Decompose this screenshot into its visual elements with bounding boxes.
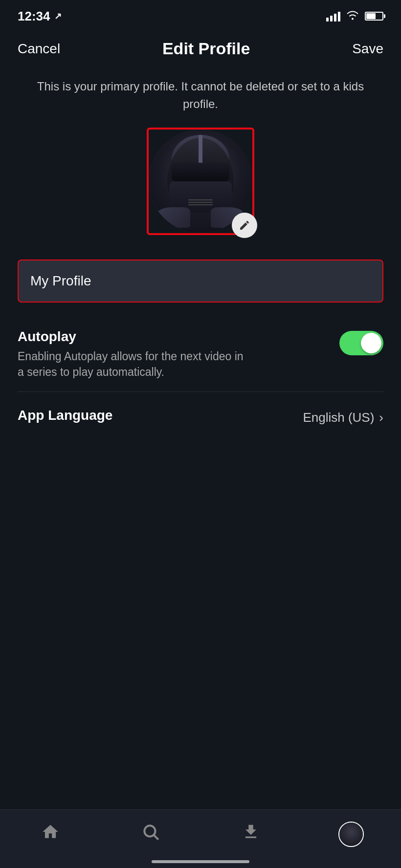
download-icon	[242, 823, 260, 846]
signal-bar-2	[330, 16, 333, 22]
profile-mini-image	[339, 823, 363, 846]
status-icons	[326, 9, 383, 23]
home-icon	[41, 823, 60, 846]
nav-bar: Cancel Edit Profile Save	[0, 29, 401, 68]
grille-line	[188, 202, 213, 203]
app-language-label: App Language	[18, 408, 112, 423]
profile-tab-avatar	[338, 822, 364, 847]
settings-section: Autoplay Enabling Autoplay allows for th…	[18, 317, 383, 443]
helmet-visor	[172, 163, 230, 183]
status-time: 12:34 ↗	[18, 9, 62, 24]
pencil-icon	[239, 219, 250, 231]
profile-notice: This is your primary profile. It cannot …	[0, 68, 401, 128]
tab-home[interactable]	[0, 823, 100, 846]
signal-bar-4	[338, 12, 340, 22]
autoplay-label: Autoplay	[18, 329, 339, 345]
profile-name-section	[18, 260, 383, 303]
autoplay-row: Autoplay Enabling Autoplay allows for th…	[18, 317, 383, 391]
autoplay-toggle-wrapper	[339, 331, 383, 355]
wifi-icon	[346, 9, 359, 23]
tab-profile[interactable]	[301, 822, 401, 847]
edit-avatar-button[interactable]	[232, 213, 257, 238]
page-title: Edit Profile	[162, 39, 250, 58]
tab-bar	[0, 809, 401, 868]
time-display: 12:34	[18, 9, 50, 24]
search-icon	[141, 823, 160, 846]
battery-icon	[365, 12, 383, 21]
chevron-right-icon: ›	[379, 410, 383, 425]
profile-name-input[interactable]	[19, 260, 382, 302]
tab-downloads[interactable]	[200, 823, 301, 846]
home-bar-indicator	[152, 860, 249, 863]
app-language-row[interactable]: App Language English (US) ›	[18, 391, 383, 443]
cancel-button[interactable]: Cancel	[18, 41, 60, 57]
autoplay-label-group: Autoplay Enabling Autoplay allows for th…	[18, 329, 339, 380]
autoplay-toggle[interactable]	[339, 331, 383, 355]
signal-bars	[326, 11, 340, 22]
toggle-thumb	[361, 333, 381, 353]
avatar-wrapper[interactable]	[147, 128, 254, 235]
signal-bar-3	[334, 14, 336, 22]
grille-line	[188, 199, 213, 200]
shoulder-left	[154, 207, 190, 228]
svg-line-1	[154, 835, 158, 840]
signal-bar-1	[326, 18, 329, 22]
save-button[interactable]: Save	[352, 41, 383, 57]
status-bar: 12:34 ↗	[0, 0, 401, 29]
autoplay-description: Enabling Autoplay allows for the next vi…	[18, 348, 252, 380]
profile-name-input-wrapper	[18, 260, 383, 303]
language-value-text: English (US)	[303, 410, 374, 425]
mask-grille	[188, 199, 213, 205]
tab-search[interactable]	[100, 823, 200, 846]
location-icon: ↗	[54, 11, 62, 22]
avatar-section	[0, 128, 401, 250]
app-language-value-group: English (US) ›	[303, 410, 383, 425]
grille-line	[188, 204, 213, 205]
svg-point-0	[144, 825, 155, 836]
